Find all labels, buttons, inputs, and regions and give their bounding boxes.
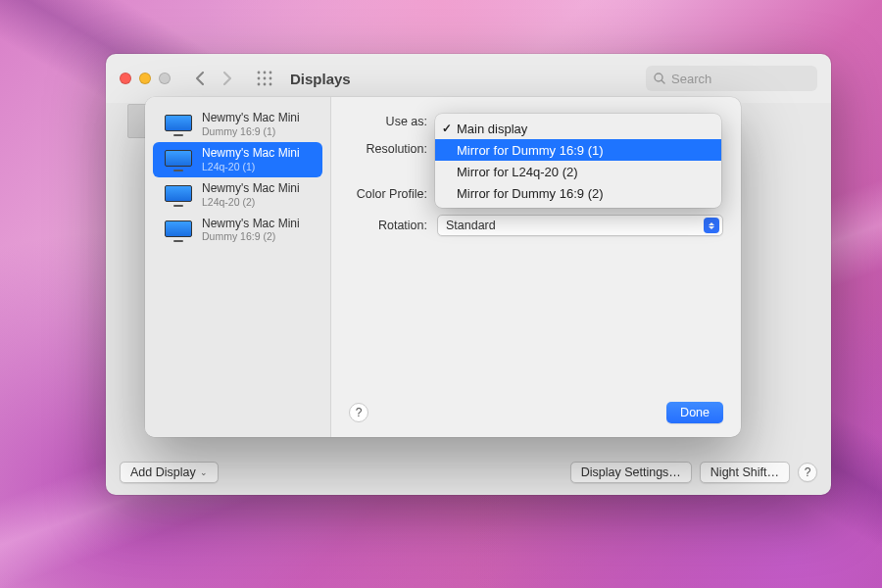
- sidebar-item-display-0[interactable]: Newmy's Mac Mini Dummy 16:9 (1): [153, 107, 322, 142]
- question-icon: ?: [356, 406, 363, 419]
- add-display-button[interactable]: Add Display ⌄: [120, 462, 219, 483]
- dropdown-item-mirror-2[interactable]: Mirror for Dummy 16:9 (2): [435, 182, 721, 204]
- display-icon: [165, 185, 192, 205]
- resolution-label: Resolution:: [349, 142, 427, 156]
- window-bottom-bar: Add Display ⌄ Display Settings… Night Sh…: [120, 452, 817, 483]
- display-name: Newmy's Mac Mini: [202, 182, 300, 196]
- minimize-icon[interactable]: [139, 73, 151, 84]
- grid-icon: [257, 71, 272, 86]
- night-shift-label: Night Shift…: [710, 466, 779, 479]
- color-profile-label: Color Profile:: [349, 187, 427, 201]
- svg-point-8: [270, 83, 272, 86]
- window-title: Displays: [290, 71, 351, 87]
- done-label: Done: [680, 406, 710, 419]
- search-placeholder: Search: [671, 72, 711, 86]
- forward-button[interactable]: [216, 68, 239, 89]
- sidebar-item-display-2[interactable]: Newmy's Mac Mini L24q-20 (2): [153, 177, 322, 213]
- display-subtitle: L24q-20 (1): [202, 161, 300, 172]
- display-name: Newmy's Mac Mini: [202, 112, 300, 125]
- display-icon: [165, 150, 192, 170]
- dropdown-item-mirror-0[interactable]: Mirror for Dummy 16:9 (1): [435, 139, 721, 161]
- svg-point-1: [264, 72, 267, 74]
- help-button[interactable]: ?: [798, 463, 817, 482]
- display-subtitle: Dummy 16:9 (2): [202, 230, 300, 242]
- search-icon: [654, 73, 665, 84]
- night-shift-button[interactable]: Night Shift…: [700, 462, 790, 483]
- svg-point-2: [270, 72, 272, 74]
- use-as-dropdown-menu: Main display Mirror for Dummy 16:9 (1) M…: [435, 114, 721, 208]
- sheet-help-button[interactable]: ?: [349, 403, 368, 422]
- dropdown-item-main-display[interactable]: Main display: [435, 118, 721, 139]
- display-settings-button[interactable]: Display Settings…: [570, 462, 692, 483]
- display-icon: [165, 220, 192, 240]
- display-icon: [165, 115, 192, 134]
- svg-point-6: [258, 83, 261, 86]
- rotation-value: Standard: [446, 219, 496, 232]
- chevron-down-icon: ⌄: [200, 467, 208, 477]
- show-all-button[interactable]: [253, 68, 276, 89]
- add-display-label: Add Display: [130, 466, 196, 479]
- dropdown-item-mirror-1[interactable]: Mirror for L24q-20 (2): [435, 161, 721, 182]
- back-button[interactable]: [188, 68, 212, 89]
- window-controls: [120, 73, 171, 84]
- chevron-right-icon: [222, 72, 232, 85]
- svg-point-3: [258, 77, 261, 80]
- dropdown-item-label: Mirror for L24q-20 (2): [457, 165, 578, 179]
- dropdown-knob-icon: [704, 218, 719, 233]
- sidebar-item-display-3[interactable]: Newmy's Mac Mini Dummy 16:9 (2): [153, 213, 322, 248]
- display-subtitle: L24q-20 (2): [202, 196, 300, 208]
- display-name: Newmy's Mac Mini: [202, 218, 300, 231]
- zoom-icon: [159, 73, 171, 84]
- display-subtitle: Dummy 16:9 (1): [202, 125, 300, 137]
- chevron-left-icon: [195, 72, 205, 85]
- svg-point-0: [258, 72, 261, 74]
- navigation-buttons: [188, 68, 239, 89]
- dropdown-item-label: Main display: [457, 122, 527, 136]
- done-button[interactable]: Done: [666, 402, 723, 423]
- rotation-label: Rotation:: [349, 219, 427, 232]
- close-icon[interactable]: [120, 73, 131, 84]
- display-settings-label: Display Settings…: [581, 466, 681, 479]
- sidebar-item-display-1[interactable]: Newmy's Mac Mini L24q-20 (1): [153, 142, 322, 177]
- search-field[interactable]: Search: [646, 66, 817, 91]
- rotation-row: Rotation: Standard: [349, 215, 723, 236]
- dropdown-item-label: Mirror for Dummy 16:9 (2): [457, 186, 604, 201]
- rotation-select[interactable]: Standard: [437, 215, 723, 236]
- svg-point-4: [264, 77, 267, 80]
- display-name: Newmy's Mac Mini: [202, 147, 300, 161]
- svg-point-7: [264, 83, 267, 86]
- svg-line-10: [662, 80, 664, 83]
- svg-point-5: [270, 77, 272, 80]
- sheet-footer: ? Done: [349, 402, 723, 423]
- dropdown-item-label: Mirror for Dummy 16:9 (1): [457, 143, 604, 158]
- display-list-sidebar: Newmy's Mac Mini Dummy 16:9 (1) Newmy's …: [145, 97, 331, 437]
- use-as-label: Use as:: [349, 115, 427, 128]
- question-icon: ?: [805, 466, 811, 479]
- window-toolbar: Displays Search: [106, 54, 831, 103]
